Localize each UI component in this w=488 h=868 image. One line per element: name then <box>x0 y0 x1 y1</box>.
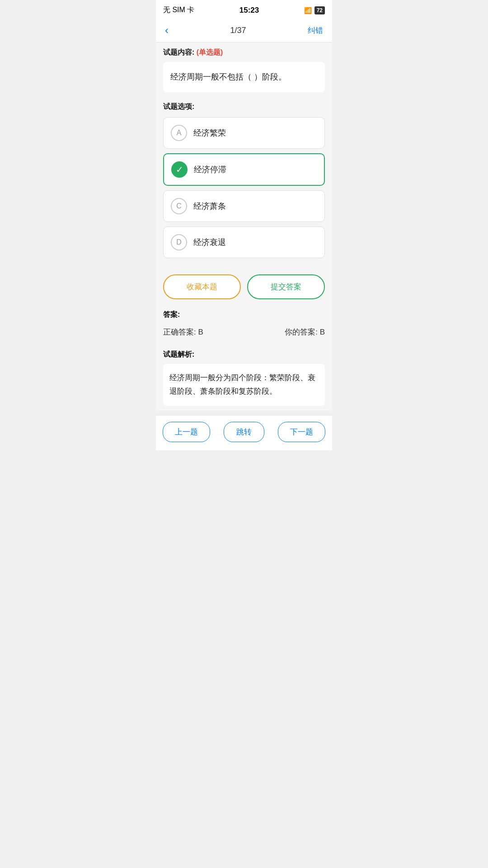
analysis-label: 试题解析: <box>163 350 325 359</box>
options-section-label: 试题选项: <box>163 102 325 112</box>
question-section: 试题内容: (单选题) 经济周期一般不包括（ ）阶段。 <box>156 42 332 97</box>
option-b[interactable]: ✓ 经济停滞 <box>163 153 325 186</box>
your-answer: 你的答案: B <box>285 327 325 337</box>
status-carrier: 无 SIM 卡 <box>163 5 194 15</box>
prev-button[interactable]: 上一题 <box>163 422 210 442</box>
question-section-label: 试题内容: (单选题) <box>163 48 325 57</box>
answer-row: 正确答案: B 你的答案: B <box>163 325 325 344</box>
option-c-text: 经济萧条 <box>193 201 226 212</box>
main-content: 试题内容: (单选题) 经济周期一般不包括（ ）阶段。 试题选项: A 经济繁荣… <box>156 42 332 410</box>
correction-button[interactable]: 纠错 <box>308 25 323 36</box>
status-time: 15:23 <box>239 6 259 15</box>
options-section: 试题选项: A 经济繁荣 ✓ 经济停滞 C 经济萧条 D 经济衰退 <box>156 97 332 267</box>
action-row: 收藏本题 提交答案 <box>156 267 332 306</box>
answer-label: 答案: <box>163 310 325 320</box>
analysis-section: 试题解析: 经济周期一般分为四个阶段：繁荣阶段、衰退阶段、萧条阶段和复苏阶段。 <box>156 346 332 410</box>
option-d-text: 经济衰退 <box>193 237 226 248</box>
back-button[interactable]: ‹ <box>165 25 169 36</box>
option-a-circle: A <box>171 125 187 141</box>
bottom-nav: 上一题 跳转 下一题 <box>156 415 332 450</box>
option-a[interactable]: A 经济繁荣 <box>163 117 325 149</box>
submit-button[interactable]: 提交答案 <box>247 274 325 299</box>
option-b-text: 经济停滞 <box>194 164 226 175</box>
collect-button[interactable]: 收藏本题 <box>163 274 241 299</box>
question-type-tag: (单选题) <box>197 48 223 56</box>
answer-section: 答案: 正确答案: B 你的答案: B <box>156 306 332 346</box>
option-d-circle: D <box>171 234 187 250</box>
option-b-circle: ✓ <box>171 161 188 178</box>
correct-answer: 正确答案: B <box>163 327 203 337</box>
option-d[interactable]: D 经济衰退 <box>163 226 325 258</box>
question-text: 经济周期一般不包括（ ）阶段。 <box>163 62 325 92</box>
page-title: 1/37 <box>230 26 246 35</box>
option-c[interactable]: C 经济萧条 <box>163 190 325 222</box>
wifi-icon: 📶 <box>304 7 312 14</box>
analysis-text: 经济周期一般分为四个阶段：繁荣阶段、衰退阶段、萧条阶段和复苏阶段。 <box>163 364 325 406</box>
jump-button[interactable]: 跳转 <box>224 422 264 442</box>
next-button[interactable]: 下一题 <box>278 422 325 442</box>
option-a-text: 经济繁荣 <box>193 127 226 138</box>
option-c-circle: C <box>171 198 187 214</box>
status-bar: 无 SIM 卡 15:23 📶 72 <box>156 0 332 19</box>
status-icons: 📶 72 <box>304 6 325 14</box>
battery-indicator: 72 <box>314 6 325 14</box>
nav-bar: ‹ 1/37 纠错 <box>156 19 332 42</box>
